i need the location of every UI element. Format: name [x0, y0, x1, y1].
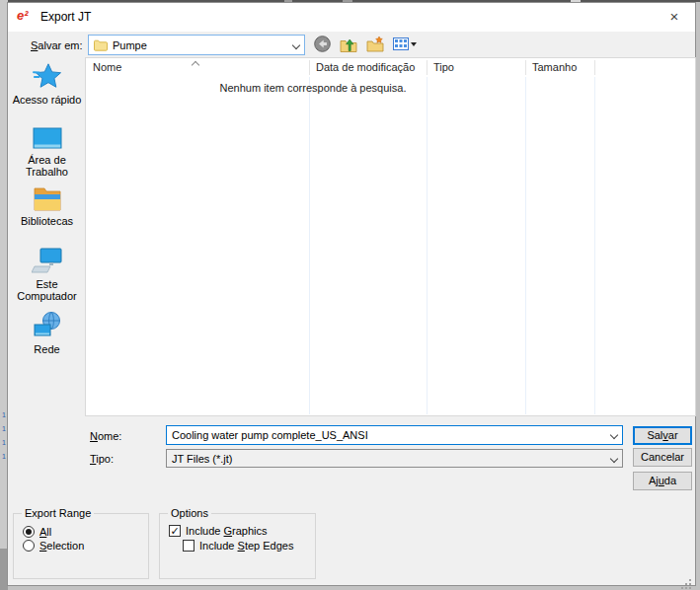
app-logo-icon: e² — [17, 8, 29, 23]
new-folder-icon — [366, 37, 384, 52]
save-button[interactable]: Salvar — [633, 426, 692, 445]
save-in-combobox[interactable]: Pumpe — [88, 35, 305, 55]
export-range-group-title: Export Range — [22, 507, 94, 519]
network-icon — [33, 311, 62, 339]
sidebar-item-label: Este Computador — [9, 278, 85, 302]
export-range-group: Export Range All Selection — [13, 513, 149, 579]
screen: 1 1 1 1 e² Export JT × Salvar em: Pumpe — [0, 0, 700, 590]
chevron-down-icon[interactable] — [610, 431, 618, 439]
desktop-icon — [33, 127, 62, 150]
view-menu-button[interactable] — [393, 37, 417, 50]
chevron-down-icon — [610, 454, 618, 462]
up-folder-icon — [340, 37, 357, 52]
checkbox-include-graphics[interactable]: ✓ Include Graphics — [169, 525, 268, 537]
radio-selection[interactable]: Selection — [23, 540, 84, 552]
sidebar-item-label: Área de Trabalho — [9, 154, 85, 178]
sidebar-item-label: Acesso rápido — [9, 94, 85, 106]
libraries-icon — [33, 185, 62, 211]
file-list: Nome Data de modificação Tipo Tamanho Ne… — [85, 57, 696, 416]
folder-icon — [94, 39, 108, 51]
sidebar-item-libraries[interactable]: Bibliotecas — [9, 185, 85, 227]
up-one-level-button[interactable] — [340, 37, 357, 52]
radio-label: All — [39, 526, 51, 538]
column-separator — [594, 60, 595, 75]
export-jt-dialog: e² Export JT × Salvar em: Pumpe — [7, 2, 696, 586]
dialog-toolbar — [314, 36, 417, 52]
sidebar-item-network[interactable]: Rede — [9, 311, 85, 355]
file-name-combobox — [166, 425, 623, 445]
checkbox-label: Include Graphics — [186, 525, 268, 537]
sidebar-item-label: Rede — [9, 343, 85, 355]
radio-label: Selection — [39, 540, 84, 552]
column-gridline — [594, 77, 595, 414]
options-group-title: Options — [168, 507, 211, 519]
chevron-down-icon — [292, 40, 300, 48]
title-bar[interactable]: e² Export JT × — [8, 3, 695, 32]
this-pc-icon — [32, 247, 63, 274]
sidebar-item-desktop[interactable]: Área de Trabalho — [9, 127, 85, 178]
file-name-input[interactable] — [172, 429, 606, 441]
checkbox-label: Include Step Edges — [199, 540, 293, 552]
checkbox-unchecked-icon — [183, 540, 194, 552]
sidebar-item-quick-access[interactable]: Acesso rápido — [9, 62, 85, 106]
radio-button-icon — [23, 540, 35, 552]
column-gridline — [427, 77, 428, 414]
sidebar-item-this-pc[interactable]: Este Computador — [9, 247, 85, 302]
checkbox-include-step-edges[interactable]: Include Step Edges — [183, 540, 293, 552]
column-gridline — [525, 77, 526, 414]
column-header-size[interactable]: Tamanho — [525, 58, 594, 77]
column-header-name[interactable]: Nome — [86, 58, 309, 77]
go-to-last-folder-button[interactable] — [314, 36, 331, 52]
save-in-label: Salvar em: — [31, 39, 83, 51]
cancel-button[interactable]: Cancelar — [633, 448, 692, 467]
empty-folder-message: Nenhum item corresponde à pesquisa. — [86, 82, 540, 94]
file-type-value: JT Files (*.jt) — [172, 453, 233, 465]
options-group: Options ✓ Include Graphics Include Step … — [159, 513, 316, 579]
dropdown-caret-icon — [411, 42, 417, 46]
quick-access-icon — [33, 62, 62, 90]
save-in-value: Pumpe — [113, 39, 147, 51]
file-type-combobox[interactable]: JT Files (*.jt) — [166, 449, 623, 468]
column-header-date-modified[interactable]: Data de modificação — [309, 58, 427, 77]
window-title: Export JT — [40, 3, 91, 32]
column-header-type[interactable]: Tipo — [427, 58, 525, 77]
resize-grip[interactable] — [689, 579, 691, 581]
file-name-label: Nome: — [90, 430, 121, 442]
radio-button-icon — [23, 526, 35, 538]
file-type-label: Tipo: — [90, 453, 114, 465]
column-gridline — [309, 77, 310, 414]
help-button[interactable]: Ajuda — [633, 472, 692, 490]
sidebar-item-label: Bibliotecas — [9, 215, 85, 227]
view-menu-icon — [393, 37, 409, 50]
radio-all[interactable]: All — [23, 526, 51, 538]
close-icon[interactable]: × — [654, 3, 695, 32]
create-new-folder-button[interactable] — [366, 37, 384, 52]
back-arrow-icon — [314, 36, 331, 52]
sort-ascending-icon — [192, 61, 199, 69]
checkbox-checked-icon: ✓ — [169, 525, 181, 537]
